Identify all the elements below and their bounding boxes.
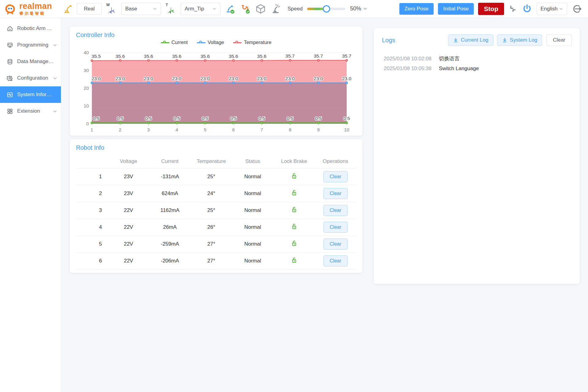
cable-connected-icon[interactable] xyxy=(240,4,251,14)
legend-item-voltage[interactable]: Voltage xyxy=(197,40,224,45)
chevron-down-icon xyxy=(53,43,57,47)
download-icon xyxy=(502,37,507,43)
legend-item-temperature[interactable]: Temperature xyxy=(233,40,271,45)
tool-select-value: Arm_Tip xyxy=(185,6,204,12)
stop-button[interactable]: Stop xyxy=(478,3,504,15)
svg-text:35.6: 35.6 xyxy=(115,54,125,59)
clear-joint-button[interactable]: Clear xyxy=(323,255,347,266)
cube-3d-icon[interactable] xyxy=(255,3,266,14)
sidebar-item-robotic-arm-tea[interactable]: Robotic Arm Tea... xyxy=(0,20,61,37)
column-header-current: Current xyxy=(149,158,190,164)
column-header-status: Status xyxy=(232,158,273,164)
sidebar: Robotic Arm Tea...ProgrammingData Manage… xyxy=(0,18,61,392)
svg-text:35.7: 35.7 xyxy=(314,53,323,58)
language-select[interactable]: English xyxy=(537,3,567,15)
clear-joint-button[interactable]: Clear xyxy=(323,222,347,233)
svg-text:35.6: 35.6 xyxy=(144,54,153,59)
lock-open-icon[interactable] xyxy=(290,189,298,197)
column-header-voltage: Voltage xyxy=(108,158,149,164)
lock-open-icon[interactable] xyxy=(290,256,298,264)
controller-info-title: Controller Info xyxy=(76,32,356,39)
svg-text:23.0: 23.0 xyxy=(201,76,210,81)
lock-open-icon[interactable] xyxy=(290,172,298,180)
chart-legend: CurrentVoltageTemperature xyxy=(76,39,356,47)
column-header-lock-brake: Lock Brake xyxy=(273,158,315,164)
svg-text:23.0: 23.0 xyxy=(144,76,153,81)
speed-percent-value: 50% xyxy=(350,6,361,12)
frame-select-value: Base xyxy=(125,6,137,12)
svg-text:0.5: 0.5 xyxy=(343,116,350,121)
temperature-value: 24° xyxy=(190,190,232,197)
status-value: Normal xyxy=(232,207,273,213)
svg-text:35.5: 35.5 xyxy=(92,54,101,59)
clear-logs-button[interactable]: Clear xyxy=(546,34,572,46)
svg-text:1: 1 xyxy=(91,127,93,132)
voltage-value: 22V xyxy=(108,224,149,230)
download-icon xyxy=(453,37,458,43)
svg-text:35.7: 35.7 xyxy=(285,53,295,58)
status-value: Normal xyxy=(232,224,273,230)
collision-detect-icon[interactable] xyxy=(271,3,282,14)
sidebar-item-programming[interactable]: Programming xyxy=(0,37,61,53)
current-value: -259mA xyxy=(149,241,190,247)
status-value: Normal xyxy=(232,190,273,197)
sidebar-item-configuration[interactable]: Configuration xyxy=(0,70,61,86)
tool-select[interactable]: Arm_Tip xyxy=(181,3,221,15)
logs-title: Logs xyxy=(382,37,395,44)
controller-info-card: Controller Info CurrentVoltageTemperatur… xyxy=(70,27,362,136)
temperature-value: 27° xyxy=(190,258,232,264)
clear-joint-button[interactable]: Clear xyxy=(323,205,347,216)
chevron-down-icon xyxy=(153,7,157,11)
joint-index: 3 xyxy=(93,207,108,213)
robot-table-header: VoltageCurrentTemperatureStatusLock Brak… xyxy=(76,154,356,168)
svg-text:5: 5 xyxy=(204,127,206,132)
svg-text:0.5: 0.5 xyxy=(93,116,100,121)
log-time: 2025/01/08 10:02:08 xyxy=(384,54,432,64)
legend-item-current[interactable]: Current xyxy=(161,40,188,45)
sidebar-item-label: Programming xyxy=(17,42,48,48)
sidebar-item-label: Configuration xyxy=(17,75,48,81)
clear-joint-button[interactable]: Clear xyxy=(323,188,347,199)
lock-open-icon[interactable] xyxy=(290,223,298,230)
lock-open-icon[interactable] xyxy=(290,206,298,213)
svg-text:35.6: 35.6 xyxy=(172,54,181,59)
sidebar-item-data-management[interactable]: Data Management xyxy=(0,53,61,70)
svg-text:7: 7 xyxy=(260,127,263,132)
joint-index: 6 xyxy=(93,258,108,264)
status-value: Normal xyxy=(232,258,273,264)
clear-joint-button[interactable]: Clear xyxy=(323,239,347,250)
speed-slider-handle[interactable] xyxy=(323,5,330,13)
temperature-value: 25° xyxy=(190,207,232,213)
power-icon[interactable] xyxy=(522,4,532,14)
legend-marker-icon xyxy=(197,41,205,44)
logout-icon[interactable] xyxy=(571,3,582,14)
frame-select[interactable]: Base xyxy=(121,3,161,15)
log-entry: 2025/01/08 10:02:08切换语言 xyxy=(384,54,572,64)
chevron-down-icon xyxy=(53,76,57,81)
svg-text:4: 4 xyxy=(175,127,178,132)
speed-percent-dropdown[interactable]: 50% xyxy=(350,6,368,12)
system-log-button[interactable]: System Log xyxy=(497,34,542,46)
lock-open-icon[interactable] xyxy=(290,239,298,247)
svg-text:10: 10 xyxy=(84,103,89,108)
sidebar-item-system-informat[interactable]: System Informat... xyxy=(0,86,61,103)
log-message: 切换语言 xyxy=(439,54,460,64)
waveform-icon xyxy=(7,92,13,98)
zero-pose-button[interactable]: Zero Pose xyxy=(399,3,434,15)
temperature-value: 27° xyxy=(190,241,232,247)
legend-marker-icon xyxy=(161,41,169,44)
joint-index: 2 xyxy=(93,190,108,197)
joint-mode-icon[interactable] xyxy=(508,4,518,13)
legend-label: Temperature xyxy=(244,40,271,45)
clear-joint-button[interactable]: Clear xyxy=(323,171,347,182)
initial-pose-button[interactable]: Initial Pose xyxy=(438,3,474,15)
mode-button[interactable]: Real xyxy=(77,3,102,15)
svg-text:23.0: 23.0 xyxy=(229,76,238,81)
svg-text:3: 3 xyxy=(147,127,150,132)
speed-slider[interactable] xyxy=(307,8,345,10)
current-log-button[interactable]: Current Log xyxy=(448,34,493,46)
sidebar-item-extension[interactable]: Extension xyxy=(0,103,61,119)
arm-connected-icon[interactable] xyxy=(225,4,236,14)
voltage-value: 22V xyxy=(108,258,149,264)
header-actions: Zero Pose Initial Pose Stop English xyxy=(399,3,582,15)
